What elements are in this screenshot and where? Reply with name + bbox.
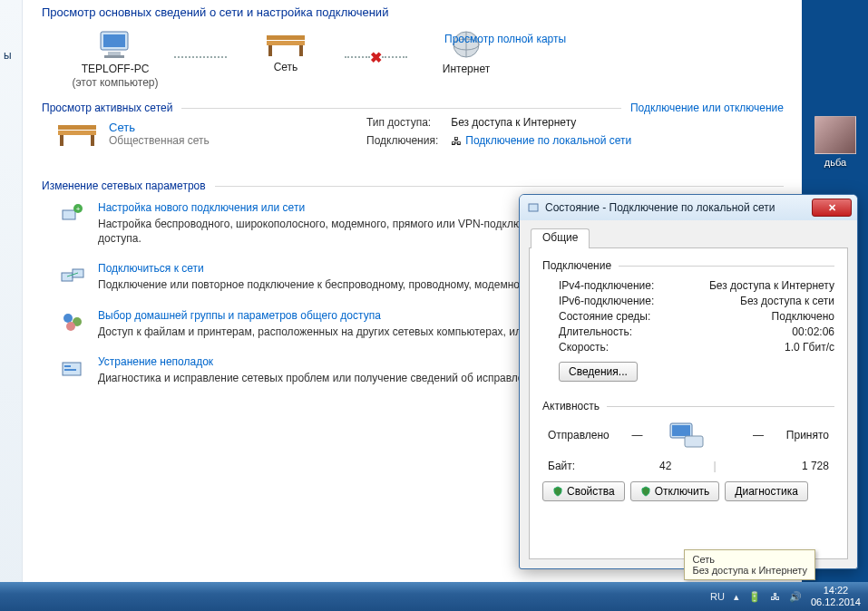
bench-icon [263, 28, 308, 59]
speed-label: Скорость: [559, 341, 609, 354]
svg-rect-6 [268, 45, 272, 56]
tray-chevron-icon[interactable]: ▴ [734, 591, 739, 603]
shield-icon [640, 486, 651, 497]
tooltip-status: Без доступа к Интернету [692, 565, 807, 576]
shield-icon [552, 486, 563, 497]
active-network-name[interactable]: Сеть [109, 121, 210, 134]
received-label: Принято [786, 429, 829, 441]
network-tooltip: Сеть Без доступа к Интернету [684, 549, 815, 580]
homegroup-icon [60, 309, 85, 335]
media-state-label: Состояние среды: [559, 310, 650, 323]
troubleshoot-icon [60, 355, 85, 381]
left-sidebar-fragment: ы [0, 0, 23, 602]
tab-panel-general: Подключение IPv4-подключение:Без доступа… [529, 248, 848, 559]
connect-disconnect-link[interactable]: Подключение или отключение [630, 102, 784, 114]
disconnected-x-icon: ✖ [370, 49, 382, 66]
new-connection-icon: + [60, 201, 85, 227]
node-network-label: Сеть [274, 61, 298, 74]
desktop-icon-thumb [814, 116, 856, 154]
active-network-block: Сеть Общественная сеть Тип доступа:Без д… [42, 118, 784, 149]
details-button[interactable]: Сведения... [559, 362, 638, 382]
group-connection-label: Подключение [542, 259, 611, 272]
bytes-label: Байт: [548, 460, 575, 472]
svg-rect-5 [267, 41, 305, 45]
svg-rect-14 [91, 135, 94, 146]
access-type-label: Тип доступа: [361, 114, 444, 131]
connections-label: Подключения: [361, 132, 444, 150]
bytes-received-value: 1 728 [758, 460, 829, 472]
node-this-pc-sublabel: (этот компьютер) [73, 76, 159, 89]
activity-dash-right: — [753, 429, 764, 441]
duration-value: 00:02:06 [792, 325, 834, 338]
access-type-value: Без доступа к Интернету [445, 114, 637, 131]
ipv4-label: IPv4-подключение: [559, 279, 654, 292]
media-state-value: Подключено [772, 310, 834, 323]
group-connection: Подключение [542, 259, 834, 272]
network-map: TEPLOFF-PC (этот компьютер) Сеть ✖ Интер… [56, 28, 784, 89]
section-active-networks-label: Просмотр активных сетей [42, 102, 172, 114]
svg-rect-7 [299, 45, 303, 56]
svg-rect-29 [672, 425, 690, 436]
taskbar[interactable]: RU ▴ 🔋 🖧 🔊 14:22 06.12.2014 [0, 582, 868, 611]
svg-rect-2 [108, 52, 121, 55]
language-indicator[interactable]: RU [710, 591, 725, 602]
svg-rect-18 [62, 273, 73, 281]
svg-rect-11 [58, 125, 96, 130]
svg-rect-12 [58, 131, 96, 135]
svg-rect-1 [103, 34, 125, 47]
svg-rect-15 [63, 210, 75, 219]
sent-label: Отправлено [548, 429, 610, 441]
edge-pc-to-net [174, 41, 227, 73]
disable-button[interactable]: Отключить [630, 481, 720, 501]
node-network: Сеть [227, 28, 345, 74]
tab-strip: Общие [529, 228, 848, 248]
tray-clock[interactable]: 14:22 06.12.2014 [811, 585, 861, 607]
section-change-settings-label: Изменение сетевых параметров [42, 179, 206, 192]
activity-computers-icon [665, 420, 708, 451]
tray-time: 14:22 [811, 585, 861, 596]
network-tray-icon[interactable]: 🖧 [770, 591, 780, 602]
computer-icon [95, 28, 135, 61]
bytes-sent-value: 42 [617, 460, 671, 472]
svg-rect-4 [267, 35, 305, 40]
ipv6-label: IPv6-подключение: [559, 295, 654, 307]
system-tray: RU ▴ 🔋 🖧 🔊 14:22 06.12.2014 [710, 585, 868, 607]
desktop-icon[interactable]: дьба [808, 116, 863, 168]
desktop-icon-label: дьба [808, 157, 863, 168]
connection-status-dialog: Состояние - Подключение по локальной сет… [519, 194, 858, 569]
connect-icon [60, 262, 85, 287]
diagnose-button[interactable]: Диагностика [725, 481, 808, 501]
view-full-map-link[interactable]: Просмотр полной карты [444, 33, 566, 45]
volume-icon[interactable]: 🔊 [789, 591, 802, 603]
node-this-pc-label: TEPLOFF-PC [82, 63, 150, 76]
edge-net-to-internet: ✖ [345, 41, 407, 73]
active-network-details: Тип доступа:Без доступа к Интернету Подк… [359, 112, 639, 151]
tooltip-title: Сеть [692, 554, 807, 565]
properties-button-label: Свойства [567, 485, 615, 498]
local-connection-link[interactable]: Подключение по локальной сети [465, 134, 631, 147]
node-internet-label: Интернет [443, 63, 490, 76]
svg-rect-13 [60, 135, 63, 146]
battery-icon[interactable]: 🔋 [748, 591, 761, 603]
bench-icon [54, 118, 100, 149]
section-change-settings: Изменение сетевых параметров [42, 179, 784, 192]
close-button[interactable]: ✕ [812, 199, 852, 217]
svg-text:+: + [76, 205, 81, 213]
group-activity-label: Активность [542, 400, 600, 412]
svg-rect-27 [529, 204, 538, 211]
speed-value: 1.0 Гбит/с [785, 341, 834, 354]
activity-dash-left: — [632, 429, 643, 441]
page-title: Просмотр основных сведений о сети и наст… [42, 5, 784, 19]
duration-label: Длительность: [559, 325, 632, 338]
properties-button[interactable]: Свойства [542, 481, 625, 501]
tray-date: 06.12.2014 [811, 596, 861, 608]
active-network-type: Общественная сеть [109, 134, 210, 147]
ipv6-value: Без доступа к сети [740, 295, 834, 307]
dialog-titlebar[interactable]: Состояние - Подключение по локальной сет… [520, 195, 857, 220]
sidebar-text-fragment: ы [4, 49, 12, 62]
disable-button-label: Отключить [655, 485, 710, 498]
node-this-pc: TEPLOFF-PC (этот компьютер) [56, 28, 174, 89]
svg-rect-30 [685, 436, 703, 447]
group-activity: Активность [542, 400, 834, 412]
dialog-title: Состояние - Подключение по локальной сет… [545, 201, 775, 214]
